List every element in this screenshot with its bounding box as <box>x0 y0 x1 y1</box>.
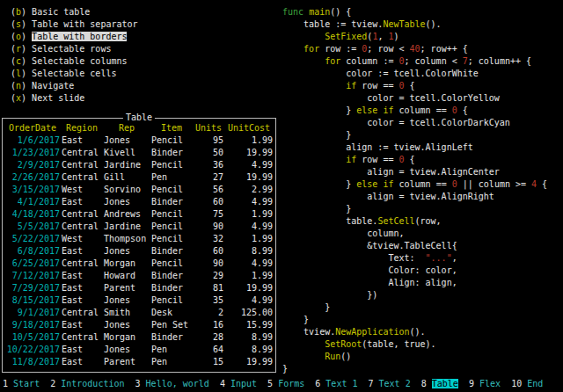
slide-tab-text-2[interactable]: 7 Text 2 <box>369 379 411 388</box>
table-cell: Gill <box>104 171 150 184</box>
slide-tab-introduction[interactable]: 2 Introduction <box>50 379 124 388</box>
table-cell: 95 <box>194 134 223 147</box>
code-pane: func main() { table := tview.NewTable().… <box>282 6 547 375</box>
code-line: } <box>282 314 547 326</box>
table-cell: 8/15/2017 <box>5 294 60 307</box>
slide-label: Text 1 <box>325 379 357 388</box>
table-cell: 19.99 <box>225 282 273 294</box>
table-cell: Pencil <box>151 233 192 245</box>
table-cell: Pencil <box>151 184 192 196</box>
slide-tab-start[interactable]: 1 Start <box>3 379 40 388</box>
table-cell: Pen <box>151 344 192 356</box>
table-cell: Central <box>62 208 102 221</box>
table-cell: Binder <box>151 147 192 159</box>
menu-item-r[interactable]: (r) Selectable rows <box>11 43 138 55</box>
table-cell: Howard <box>104 270 150 282</box>
code-token: "..." <box>426 253 452 263</box>
table-cell: Binder <box>151 282 192 294</box>
table-cell: East <box>62 134 102 147</box>
code-token: } <box>282 105 356 115</box>
table-cell: Central <box>62 307 102 319</box>
code-token: column, <box>282 229 404 238</box>
table-row: 9/18/2017EastJonesPen Set1615.99 <box>3 319 275 331</box>
code-token: for <box>303 44 319 54</box>
code-token: &tview.TableCell{ <box>282 241 457 250</box>
table-row: 3/15/2017WestSorvinoPencil562.99 <box>3 184 275 196</box>
slide-tab-forms[interactable]: 5 Forms <box>267 379 304 388</box>
slide-tab-table[interactable]: 8 Table <box>421 379 458 388</box>
code-line: Color: color, <box>282 265 547 277</box>
table-cell: 4.99 <box>225 258 273 270</box>
table-cell: Pencil <box>151 258 192 270</box>
menu-item-o[interactable]: (o) Table with borders <box>11 31 138 43</box>
code-token: , <box>452 253 457 263</box>
header-cell: OrderDate <box>5 122 60 134</box>
table-cell: Jardine <box>104 221 150 233</box>
table-cell: 11/8/2017 <box>5 356 60 368</box>
slide-tab-hello-world[interactable]: 3 Hello, world <box>135 379 209 388</box>
code-token: else <box>356 179 377 189</box>
menu-item-n[interactable]: (n) Navigate <box>11 80 138 92</box>
slide-tab-input[interactable]: 4 Input <box>220 379 257 388</box>
table-cell: 32 <box>194 233 223 245</box>
table-cell: 28 <box>194 331 223 344</box>
table-cell: East <box>62 356 102 368</box>
table-cell: 1.99 <box>225 233 273 245</box>
table-row: 5/22/2017WestThompsonPencil321.99 <box>3 233 275 245</box>
table-cell: Jones <box>104 294 150 307</box>
table-cell: Pen Set <box>151 319 192 331</box>
code-token <box>282 352 325 361</box>
table-cell: 4/1/2017 <box>5 196 60 208</box>
table-cell: 64 <box>194 344 223 356</box>
code-token: } <box>282 364 288 374</box>
table-cell: 3/15/2017 <box>5 184 60 196</box>
code-token: , <box>377 32 388 41</box>
menu-item-s[interactable]: (s) Table with separator <box>11 18 138 31</box>
menu-item-c[interactable]: (c) Selectable columns <box>11 55 138 68</box>
slide-label: Table <box>432 379 458 388</box>
slide-label: Forms <box>278 379 304 388</box>
table-row: 7/12/2017EastHowardBinder291.99 <box>3 270 275 282</box>
slide-tab-text-1[interactable]: 6 Text 1 <box>315 379 357 388</box>
table-cell: 5/5/2017 <box>5 221 60 233</box>
code-token <box>282 44 303 54</box>
table-cell: Jones <box>104 344 150 356</box>
code-line: SetRoot(table, true). <box>282 338 547 351</box>
table-cell: Andrews <box>104 208 150 221</box>
code-token: table := tview. <box>282 19 383 29</box>
table-row: 1/6/2017EastJonesPencil951.99 <box>3 134 275 147</box>
table-cell: 19.99 <box>225 356 273 368</box>
menu-item-b[interactable]: (b) Basic table <box>11 6 138 18</box>
code-line: } <box>282 129 547 142</box>
code-token: if <box>346 81 356 91</box>
table-cell: Pencil <box>151 208 192 221</box>
code-token: align = tview.AlignCenter <box>282 167 500 177</box>
table-cell: Central <box>62 147 102 159</box>
code-line: SetFixed(1, 1) <box>282 31 547 43</box>
table-cell: Binder <box>151 245 192 258</box>
code-token: Align: align, <box>282 278 457 287</box>
table-cell: 1.99 <box>225 270 273 282</box>
table-row: 2/9/2017CentralJardinePencil364.99 <box>3 159 275 171</box>
paren: ) <box>21 32 32 41</box>
code-token: ; row < <box>367 44 409 54</box>
table-cell: 15.99 <box>225 319 273 331</box>
slide-status-bar: 1 Start 2 Introduction 3 Hello, world 4 … <box>3 378 543 390</box>
table-cell: 2.99 <box>225 184 273 196</box>
table-cell: 19.99 <box>225 147 273 159</box>
code-line: } else if column == 0 { <box>282 105 547 117</box>
table-cell: 36 <box>194 159 223 171</box>
slide-tab-end[interactable]: 10 End <box>511 379 543 388</box>
slide-label: Input <box>230 379 257 388</box>
code-line: color := tcell.ColorWhite <box>282 68 547 80</box>
slide-tab-flex[interactable]: 9 Flex <box>469 379 501 388</box>
table-cell: 2/9/2017 <box>5 159 60 171</box>
table-cell: 4.99 <box>225 196 273 208</box>
table-cell: 1/6/2017 <box>5 134 60 147</box>
code-token: (). <box>426 19 442 29</box>
menu-item-x[interactable]: (x) Next slide <box>11 92 138 105</box>
code-line: Run() <box>282 351 547 363</box>
terminal-screen: (b) Basic table(s) Table with separator(… <box>0 0 563 392</box>
code-token: table. <box>282 216 377 226</box>
menu-item-l[interactable]: (l) Selectable cells <box>11 68 138 80</box>
